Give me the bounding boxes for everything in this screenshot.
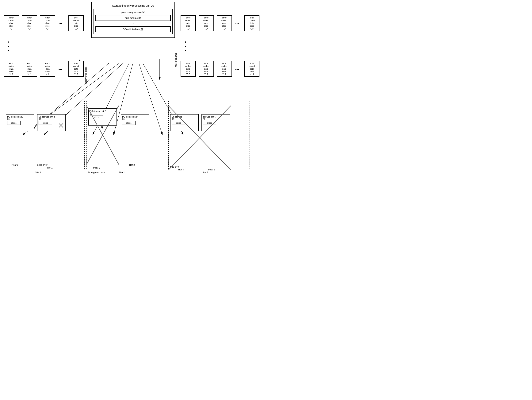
pillar4-label: Pillar 4 xyxy=(177,168,184,171)
pillar1-label: Pillar 1 xyxy=(46,167,53,169)
dsnet-box: DSnet interface 32 xyxy=(95,26,171,32)
ds-unit-5-title: DS storage36 xyxy=(172,116,197,120)
ds-unit-3-title: DS storage unit 336 xyxy=(90,110,115,115)
ds-unit-6-slices: slices xyxy=(203,121,216,125)
gm-id: 84 xyxy=(139,17,141,19)
slice-box-right-top-1: errorcodeddataslice1_1 xyxy=(199,15,214,31)
site2-label: Site 2 xyxy=(119,171,125,174)
ds-unit-4-title: DS storage unit 436 xyxy=(122,116,148,120)
double-arrow-icon: ↕ xyxy=(95,22,171,26)
diagram-container: Storage integrity processing unit 20 pro… xyxy=(0,0,266,200)
pillar5-label: Pillar 5 xyxy=(208,168,215,171)
ds-unit-4: DS storage unit 436 slices xyxy=(121,114,149,131)
slice-box-right-bot-1: errorcodeddatasliceY_1 xyxy=(199,61,214,77)
slice-box-right-top-2: errorcodeddataslice1_2 xyxy=(217,15,232,31)
slice-box-left-top-0: errorcodeddataslice1_0 xyxy=(4,15,19,31)
pillar2-label: Pillar 2 xyxy=(93,167,100,169)
pm-id: 50 xyxy=(142,11,145,13)
site-error-label: Site error xyxy=(170,166,179,168)
slice-box-right-bot-2: errorcodeddatasliceY_2 xyxy=(217,61,232,77)
recovered-slices-label: Recovered slices xyxy=(85,67,87,84)
slice-error-label: Slice error xyxy=(37,164,48,166)
gm-box: grid module 84 xyxy=(95,15,171,21)
slice-box-left-top-1: errorcodeddataslice1_1 xyxy=(22,15,37,31)
ds-unit-2-title: DS storage unit 236 xyxy=(38,116,64,120)
site3-label: Site 3 xyxy=(203,171,208,174)
site3-box xyxy=(168,101,250,169)
v-dots-left: ••• xyxy=(8,40,10,52)
site1-box xyxy=(3,101,85,169)
slice-box-left-bot-3: errorcodeddatasliceY_5 xyxy=(69,61,84,77)
slice-box-left-bot-2: errorcodeddatasliceY_2 xyxy=(40,61,55,77)
ds-unit-6-title: storage unit 636 xyxy=(203,116,228,120)
slice-error-x-icon: ✕ xyxy=(58,121,64,130)
pillar0-label: Pillar 0 xyxy=(11,164,19,166)
ds-unit-5-slices: slices xyxy=(172,121,185,125)
site1-label: Site 1 xyxy=(35,171,41,174)
pm-box: processing module 50 grid module 84 ↕ DS… xyxy=(94,9,173,34)
pm-title: processing module 50 xyxy=(95,11,171,13)
ds-unit-3-slices: slices xyxy=(90,115,103,119)
ds-unit-1: DS storage unit 136 slices xyxy=(6,114,34,131)
slice-box-right-bot-3: errorcodeddatasliceY_5 xyxy=(244,61,260,77)
h-dots-right-bot: ••• xyxy=(235,68,239,71)
slice-box-left-top-3: errorcodeddataslice1_5 xyxy=(69,15,84,31)
storage-unit-error-label: Storage unit error xyxy=(88,171,106,174)
dsnet-id: 32 xyxy=(140,28,143,31)
v-dots-right: ••• xyxy=(185,40,186,52)
pillar3-label: Pillar 3 xyxy=(128,164,135,166)
h-dots-right-top: ••• xyxy=(235,22,239,26)
slice-box-right-bot-0: errorcodeddatasliceY_0 xyxy=(181,61,196,77)
ds-unit-3: DS storage unit 336 slices xyxy=(88,108,117,126)
h-dots-left-bot: ••• xyxy=(58,68,62,71)
sipu-id: 20 xyxy=(151,4,154,7)
ds-unit-1-slices: slices xyxy=(7,121,20,125)
slice-box-right-top-0: errorcodeddataslice1_0 xyxy=(181,15,196,31)
ds-unit-1-title: DS storage unit 136 xyxy=(7,116,33,120)
slice-box-left-top-2: errorcodeddataslice1_2 xyxy=(40,15,55,31)
sipu-title: Storage integrity processing unit 20 xyxy=(94,4,173,7)
slice-box-right-top-3: errorcodeddataslice1_5 xyxy=(244,15,260,31)
ds-unit-2: DS storage unit 236 slices ✕ xyxy=(37,114,66,131)
ds-unit-2-slices: slices xyxy=(38,121,52,125)
h-dots-left-top: ••• xyxy=(58,22,62,26)
slice-box-left-bot-1: errorcodeddatasliceY_1 xyxy=(22,61,37,77)
slice-box-left-bot-0: errorcodeddatasliceY_0 xyxy=(4,61,19,77)
ds-unit-6: storage unit 636 slices xyxy=(202,114,230,131)
sipu-box: Storage integrity processing unit 20 pro… xyxy=(91,2,175,38)
ds-unit-4-slices: slices xyxy=(122,121,135,125)
rebuilt-slices-label: Rebuilt Slices xyxy=(175,53,177,67)
ds-unit-5: DS storage36 slices xyxy=(170,114,199,131)
